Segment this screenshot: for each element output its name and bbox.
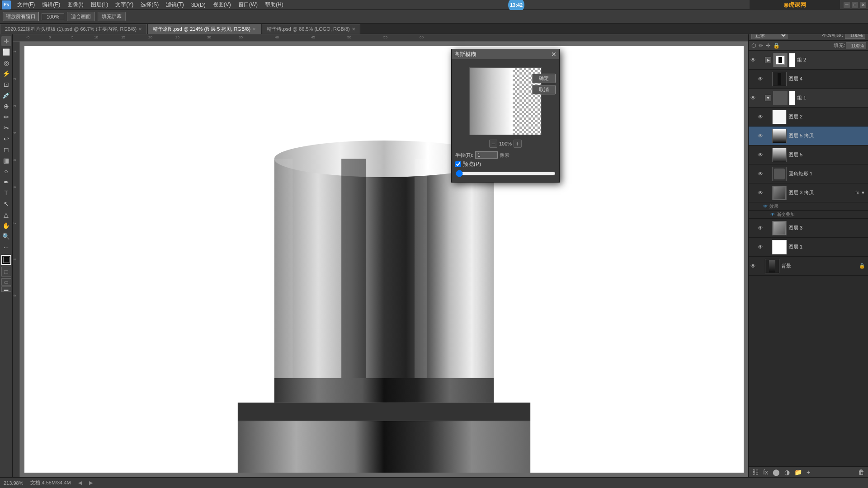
- lock-image-icon[interactable]: ✏: [758, 42, 764, 50]
- spot-heal-tool[interactable]: ⊕: [1, 101, 11, 111]
- zoom-input[interactable]: [42, 13, 64, 20]
- visibility-eye-group1[interactable]: 👁: [750, 95, 757, 101]
- layer-expand-fx-icon[interactable]: ▼: [861, 190, 865, 195]
- layer-item-layer5copy[interactable]: 👁 图层 5 拷贝: [749, 127, 868, 145]
- layer-item-layer5[interactable]: 👁 图层 5: [749, 145, 868, 164]
- fit-screen-button[interactable]: 适合画面: [67, 12, 95, 21]
- menu-filter[interactable]: 滤镜(T): [162, 0, 187, 9]
- menu-window[interactable]: 窗口(W): [235, 0, 261, 9]
- layer-item-layer1[interactable]: 👁 图层 1: [749, 238, 868, 257]
- shape-tool[interactable]: △: [1, 210, 11, 220]
- delete-layer-button[interactable]: 🗑: [856, 468, 866, 477]
- foreground-color[interactable]: [1, 255, 11, 265]
- visibility-eye-group2[interactable]: 👁: [750, 57, 757, 63]
- visibility-eye-layer3copy[interactable]: 👁: [758, 190, 764, 196]
- visibility-eye-layer1[interactable]: 👁: [758, 244, 764, 250]
- layer-item-group1[interactable]: 👁 ▼ 组 1: [749, 89, 868, 108]
- fill-input[interactable]: [846, 42, 866, 49]
- visibility-eye-layer4[interactable]: 👁: [758, 76, 764, 82]
- maximize-button[interactable]: □: [852, 2, 858, 8]
- zoom-tool[interactable]: 🔍: [1, 231, 11, 241]
- quick-mask-icon[interactable]: ⬚: [1, 267, 11, 277]
- menu-select[interactable]: 选择(S): [137, 0, 162, 9]
- layer-style-button[interactable]: fx: [761, 468, 770, 477]
- scroll-left-btn[interactable]: ◀: [78, 480, 82, 486]
- canvas-area[interactable]: [20, 42, 748, 477]
- move-tool[interactable]: ✛: [1, 36, 11, 46]
- screen-mode-icon[interactable]: ▭: [1, 278, 11, 286]
- adjustment-layer-button[interactable]: ◑: [783, 468, 792, 477]
- gradient-tool[interactable]: ▥: [1, 155, 11, 165]
- tab-2[interactable]: 精华椿.psd @ 86.5% (LOGO, RGB/8) ✕: [262, 24, 360, 34]
- menu-layer[interactable]: 图层(L): [87, 0, 112, 9]
- layer-item-background[interactable]: 👁 背景 🔒: [749, 257, 868, 276]
- visibility-eye-roundrect1[interactable]: 👁: [758, 171, 764, 177]
- gaussian-radius-slider[interactable]: [455, 170, 556, 177]
- marquee-tool[interactable]: ⬜: [1, 47, 11, 57]
- brush-tool[interactable]: ✏: [1, 112, 11, 122]
- pen-tool[interactable]: ✒: [1, 177, 11, 187]
- group-collapse-icon-2[interactable]: ▶: [765, 57, 771, 63]
- tool-selector[interactable]: 缩放所有窗口: [3, 12, 39, 21]
- clone-tool[interactable]: ✂: [1, 123, 11, 133]
- menu-help[interactable]: 帮助(H): [261, 0, 287, 9]
- hand-tool[interactable]: ✋: [1, 221, 11, 230]
- visibility-eye-layer5copy[interactable]: 👁: [758, 133, 764, 139]
- effect-visible-icon[interactable]: 👁: [763, 204, 768, 209]
- menu-3d[interactable]: 3D(D): [188, 1, 209, 9]
- layer-link-button[interactable]: ⛓: [750, 468, 760, 477]
- layer-item-group2[interactable]: 👁 ▶ 组 2: [749, 51, 868, 70]
- scroll-right-btn[interactable]: ▶: [89, 480, 93, 486]
- group-collapse-icon-1[interactable]: ▼: [765, 95, 771, 101]
- gaussian-zoom-out-button[interactable]: −: [489, 140, 497, 148]
- path-select-tool[interactable]: ↖: [1, 199, 11, 209]
- layer-mask-button[interactable]: ⬤: [771, 468, 782, 477]
- eraser-tool[interactable]: ◻: [1, 145, 11, 155]
- menu-file[interactable]: 文件(F): [14, 0, 38, 9]
- quick-select-tool[interactable]: ⚡: [1, 69, 11, 79]
- fill-screen-button[interactable]: 填充屏幕: [98, 12, 126, 21]
- menu-image[interactable]: 图像(I): [64, 0, 87, 9]
- gaussian-zoom-in-button[interactable]: +: [514, 140, 522, 148]
- tab-2-close[interactable]: ✕: [352, 27, 355, 32]
- tab-1-close[interactable]: ✕: [252, 27, 256, 32]
- visibility-eye-layer5[interactable]: 👁: [758, 152, 764, 158]
- more-tools[interactable]: ···: [1, 242, 11, 252]
- gaussian-close-button[interactable]: ✕: [551, 51, 557, 58]
- close-button[interactable]: ✕: [860, 2, 866, 8]
- visibility-eye-layer2[interactable]: 👁: [758, 114, 764, 120]
- gaussian-preview-checkbox[interactable]: [455, 161, 461, 167]
- lasso-tool[interactable]: ◎: [1, 58, 11, 68]
- minimize-button[interactable]: ─: [844, 2, 850, 8]
- tab-0-close[interactable]: ✕: [138, 27, 142, 32]
- layer-fx-icon-layer3copy[interactable]: fx: [855, 190, 859, 195]
- lock-transparency-icon[interactable]: ⬡: [750, 42, 757, 50]
- tab-1[interactable]: 精华原图.psd @ 214% (图层 5 拷贝, RGB/8) ✕: [148, 24, 261, 34]
- layer-item-layer3copy[interactable]: 👁 图层 3 拷贝 fx ▼: [749, 183, 868, 202]
- new-layer-button[interactable]: +: [805, 468, 812, 477]
- layer-item-layer2[interactable]: 👁 图层 2: [749, 108, 868, 127]
- eyedropper-tool[interactable]: 💉: [1, 90, 11, 100]
- screen-mode-icon2[interactable]: ▬: [1, 286, 11, 292]
- gaussian-cancel-button[interactable]: 取消: [532, 85, 556, 94]
- visibility-eye-background[interactable]: 👁: [750, 263, 757, 269]
- gaussian-dialog-title[interactable]: 高斯模糊 ✕: [452, 49, 559, 59]
- gaussian-radius-input[interactable]: [475, 151, 498, 159]
- gaussian-ok-button[interactable]: 确定: [532, 74, 556, 83]
- text-tool[interactable]: T: [1, 188, 11, 198]
- menu-edit[interactable]: 编辑(E): [38, 0, 64, 9]
- layer-item-roundrect1[interactable]: 👁 圆角矩形 1: [749, 164, 868, 183]
- crop-tool[interactable]: ⊡: [1, 80, 11, 89]
- lock-all-icon[interactable]: 🔒: [772, 42, 781, 50]
- group-button[interactable]: 📁: [793, 468, 804, 477]
- dodge-tool[interactable]: ○: [1, 166, 11, 176]
- tab-0[interactable]: 2020.622课程片头模板 (1).psd @ 66.7% (主要内容, RG…: [0, 24, 147, 34]
- layer-item-layer3[interactable]: 👁 图层 3: [749, 219, 868, 238]
- visibility-eye-layer3[interactable]: 👁: [758, 225, 764, 231]
- menu-type[interactable]: 文字(Y): [112, 0, 137, 9]
- menu-view[interactable]: 视图(V): [209, 0, 235, 9]
- layer-item-layer4[interactable]: 👁 图层 4: [749, 70, 868, 89]
- history-brush-tool[interactable]: ↩: [1, 134, 11, 144]
- gradient-overlay-visible-icon[interactable]: 👁: [770, 212, 775, 217]
- lock-position-icon[interactable]: ✛: [765, 42, 771, 50]
